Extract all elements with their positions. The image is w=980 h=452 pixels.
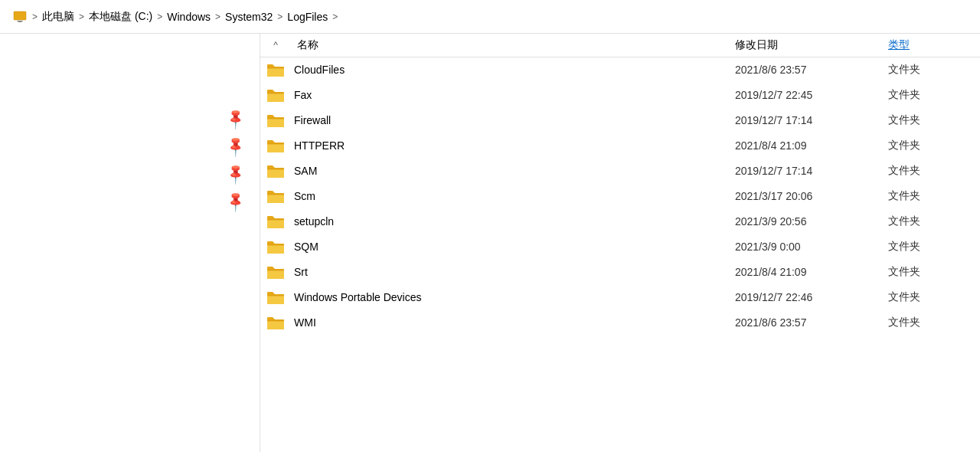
table-row[interactable]: Scm 2021/3/17 20:06 文件夹 (260, 184, 980, 209)
file-date: 2021/3/17 20:06 (735, 190, 888, 202)
pin-icon-3[interactable]: 📌 (224, 162, 247, 185)
sidebar: 📌 📌 📌 📌 (0, 34, 260, 452)
computer-icon (12, 10, 28, 24)
sep-3: > (157, 11, 162, 22)
table-row[interactable]: SQM 2021/3/9 0:00 文件夹 (260, 234, 980, 260)
svg-marker-1 (17, 21, 23, 22)
file-type: 文件夹 (888, 215, 980, 228)
pin-icon-1[interactable]: 📌 (224, 106, 247, 130)
file-type: 文件夹 (888, 88, 980, 102)
table-row[interactable]: SAM 2019/12/7 17:14 文件夹 (260, 159, 980, 184)
folder-icon (266, 239, 285, 254)
folder-icon (266, 113, 285, 128)
file-type: 文件夹 (888, 63, 980, 77)
col-name-header[interactable]: 名称 (291, 38, 735, 52)
folder-icon-cell (260, 290, 291, 305)
folder-icon-cell (260, 214, 291, 229)
file-type: 文件夹 (888, 290, 980, 304)
file-date: 2021/3/9 0:00 (735, 241, 888, 253)
file-name: Windows Portable Devices (291, 291, 735, 303)
file-type: 文件夹 (888, 240, 980, 254)
sep-6: > (332, 11, 338, 22)
col-date-header[interactable]: 修改日期 (735, 38, 888, 52)
breadcrumb-system32[interactable]: System32 (225, 11, 273, 23)
file-name: Srt (291, 266, 735, 278)
file-date: 2019/12/7 22:46 (735, 291, 888, 303)
breadcrumb: > 此电脑 > 本地磁盘 (C:) > Windows > System32 >… (0, 0, 980, 34)
breadcrumb-logfiles[interactable]: LogFiles (287, 11, 328, 23)
table-row[interactable]: Srt 2021/8/4 21:09 文件夹 (260, 260, 980, 285)
breadcrumb-local-disk[interactable]: 本地磁盘 (C:) (89, 10, 152, 24)
file-date: 2021/8/4 21:09 (735, 266, 888, 278)
file-name: Scm (291, 190, 735, 202)
file-date: 2021/8/6 23:57 (735, 316, 888, 329)
folder-icon-cell (260, 188, 291, 204)
folder-icon-cell (260, 264, 291, 280)
sep-5: > (277, 11, 283, 22)
folder-icon-cell (260, 138, 291, 153)
breadcrumb-windows[interactable]: Windows (167, 11, 211, 23)
file-date: 2021/8/4 21:09 (735, 139, 888, 152)
sort-arrow[interactable]: ^ (260, 40, 291, 51)
file-date: 2021/3/9 20:56 (735, 215, 888, 228)
file-date: 2021/8/6 23:57 (735, 64, 888, 76)
folder-icon (266, 62, 285, 77)
file-type: 文件夹 (888, 164, 980, 178)
column-header: ^ 名称 修改日期 类型 (260, 34, 980, 57)
table-row[interactable]: Firewall 2019/12/7 17:14 文件夹 (260, 108, 980, 133)
file-type: 文件夹 (888, 189, 980, 203)
table-row[interactable]: Windows Portable Devices 2019/12/7 22:46… (260, 285, 980, 310)
folder-icon-cell (260, 113, 291, 128)
folder-icon (266, 290, 285, 305)
file-name: Firewall (291, 114, 735, 126)
file-name: WMI (291, 316, 735, 329)
folder-icon (266, 214, 285, 229)
table-row[interactable]: HTTPERR 2021/8/4 21:09 文件夹 (260, 133, 980, 159)
sep-2: > (79, 11, 84, 22)
file-name: SQM (291, 241, 735, 253)
table-row[interactable]: WMI 2021/8/6 23:57 文件夹 (260, 310, 980, 336)
file-date: 2019/12/7 17:14 (735, 165, 888, 177)
folder-icon (266, 315, 285, 330)
file-name: CloudFiles (291, 64, 735, 76)
folder-icon (266, 264, 285, 280)
folder-icon-cell (260, 315, 291, 330)
pin-icon-4[interactable]: 📌 (224, 189, 247, 213)
file-name: SAM (291, 165, 735, 177)
file-date: 2019/12/7 22:45 (735, 89, 888, 101)
file-date: 2019/12/7 17:14 (735, 114, 888, 126)
sep-4: > (215, 11, 220, 22)
table-row[interactable]: setupcln 2021/3/9 20:56 文件夹 (260, 209, 980, 234)
sep-1: > (32, 11, 38, 22)
folder-icon-cell (260, 62, 291, 77)
file-type: 文件夹 (888, 113, 980, 127)
file-type: 文件夹 (888, 265, 980, 279)
file-list-area: ^ 名称 修改日期 类型 CloudFiles 2021/8/6 23:57 文… (260, 34, 980, 452)
folder-icon (266, 87, 285, 103)
folder-icon (266, 163, 285, 179)
col-type-header[interactable]: 类型 (888, 38, 980, 52)
file-type: 文件夹 (888, 316, 980, 329)
file-name: setupcln (291, 215, 735, 228)
table-row[interactable]: CloudFiles 2021/8/6 23:57 文件夹 (260, 57, 980, 83)
table-row[interactable]: Fax 2019/12/7 22:45 文件夹 (260, 83, 980, 108)
folder-icon (266, 138, 285, 153)
folder-icon (266, 188, 285, 204)
folder-icon-cell (260, 163, 291, 179)
file-rows-container: CloudFiles 2021/8/6 23:57 文件夹 Fax 2019/1… (260, 57, 980, 336)
folder-icon-cell (260, 239, 291, 254)
file-name: HTTPERR (291, 139, 735, 152)
pin-icon-2[interactable]: 📌 (224, 134, 247, 158)
file-type: 文件夹 (888, 139, 980, 152)
svg-rect-0 (14, 11, 26, 20)
breadcrumb-this-pc[interactable]: 此电脑 (42, 10, 74, 24)
folder-icon-cell (260, 87, 291, 103)
file-name: Fax (291, 89, 735, 101)
